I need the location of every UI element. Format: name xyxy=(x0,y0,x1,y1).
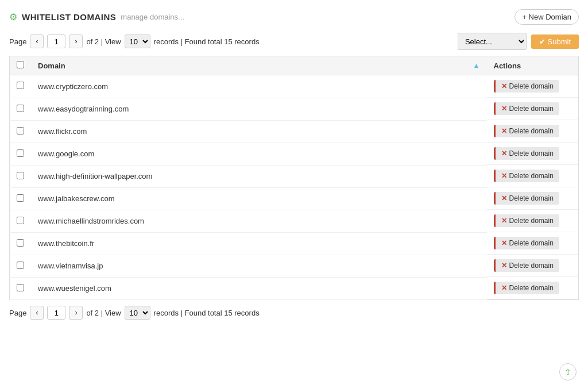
x-icon: ✕ xyxy=(501,149,507,157)
row-checkbox[interactable] xyxy=(17,217,24,224)
x-icon: ✕ xyxy=(501,127,507,135)
view-select-top[interactable]: 10 25 50 xyxy=(125,34,150,48)
table-row: www.flickr.com✕ Delete domain xyxy=(10,120,579,143)
row-checkbox[interactable] xyxy=(17,284,24,291)
header-left: ⚙ WHITELIST DOMAINS manage domains... xyxy=(9,11,184,22)
delete-domain-button[interactable]: ✕ Delete domain xyxy=(494,192,559,205)
page-header: ⚙ WHITELIST DOMAINS manage domains... + … xyxy=(9,9,579,25)
delete-domain-button[interactable]: ✕ Delete domain xyxy=(494,147,559,160)
actions-col-header: Actions xyxy=(487,56,579,75)
page-title: WHITELIST DOMAINS xyxy=(22,12,116,22)
prev-page-button-bottom[interactable]: ‹ xyxy=(30,306,44,320)
sort-icon: ▲ xyxy=(473,62,480,70)
domain-col-header: Domain ▲ xyxy=(31,56,487,75)
of-label-top: of 2 | View xyxy=(86,37,121,46)
pagination-top: Page ‹ › of 2 | View 10 25 50 records | … xyxy=(9,33,579,50)
table-row: www.jaibakescrew.com✕ Delete domain xyxy=(10,187,579,210)
action-select[interactable]: Select... xyxy=(458,33,527,50)
domain-cell: www.crypticzero.com xyxy=(31,75,487,98)
domain-cell: www.wuestenigel.com xyxy=(31,277,487,300)
table-row: www.high-definition-wallpaper.com✕ Delet… xyxy=(10,165,579,187)
table-row: www.wuestenigel.com✕ Delete domain xyxy=(10,277,579,300)
row-checkbox[interactable] xyxy=(17,82,24,89)
page-number-input-bottom[interactable] xyxy=(47,306,65,320)
domain-cell: www.google.com xyxy=(31,143,487,165)
select-all-checkbox[interactable] xyxy=(17,61,24,68)
actions-cell: ✕ Delete domain xyxy=(487,232,579,255)
found-text-bottom: records | Found total 15 records xyxy=(154,309,260,317)
next-page-button-bottom[interactable]: › xyxy=(69,306,83,320)
domain-cell: www.michaellindstromrides.com xyxy=(31,210,487,232)
delete-domain-button[interactable]: ✕ Delete domain xyxy=(494,237,559,249)
actions-cell: ✕ Delete domain xyxy=(487,143,579,165)
page-label-bottom: Page xyxy=(9,309,26,317)
delete-domain-button[interactable]: ✕ Delete domain xyxy=(494,170,559,182)
header-subtitle: manage domains... xyxy=(121,13,184,21)
x-icon: ✕ xyxy=(501,239,507,247)
actions-cell: ✕ Delete domain xyxy=(487,165,579,187)
x-icon: ✕ xyxy=(501,284,507,292)
delete-domain-button[interactable]: ✕ Delete domain xyxy=(494,125,559,137)
submit-button[interactable]: ✔ Submit xyxy=(531,34,579,49)
x-icon: ✕ xyxy=(501,194,507,202)
domain-cell: www.jaibakescrew.com xyxy=(31,187,487,210)
x-icon: ✕ xyxy=(501,105,507,113)
row-checkbox[interactable] xyxy=(17,262,24,269)
x-icon: ✕ xyxy=(501,82,507,90)
table-row: www.easydogtrainning.com✕ Delete domain xyxy=(10,98,579,120)
domains-table: Domain ▲ Actions www.crypticzero.com✕ De… xyxy=(9,56,579,300)
view-select-bottom[interactable]: 10 25 50 xyxy=(125,306,150,320)
domain-cell: www.flickr.com xyxy=(31,120,487,143)
x-icon: ✕ xyxy=(501,172,507,180)
table-row: www.google.com✕ Delete domain xyxy=(10,143,579,165)
delete-domain-button[interactable]: ✕ Delete domain xyxy=(494,259,559,272)
actions-cell: ✕ Delete domain xyxy=(487,98,579,120)
table-header-row: Domain ▲ Actions xyxy=(10,56,579,75)
domain-cell: www.thebitcoin.fr xyxy=(31,232,487,255)
table-row: www.vietnamvisa.jp✕ Delete domain xyxy=(10,255,579,277)
whitelist-icon: ⚙ xyxy=(9,11,17,22)
actions-cell: ✕ Delete domain xyxy=(487,210,579,232)
delete-domain-button[interactable]: ✕ Delete domain xyxy=(494,102,559,115)
page-number-input-top[interactable] xyxy=(47,34,65,48)
page-label-top: Page xyxy=(9,37,26,46)
delete-domain-button[interactable]: ✕ Delete domain xyxy=(494,80,559,93)
pagination-bottom: Page ‹ › of 2 | View 10 25 50 records | … xyxy=(9,306,579,320)
actions-cell: ✕ Delete domain xyxy=(487,255,579,277)
select-all-col xyxy=(10,56,32,75)
x-icon: ✕ xyxy=(501,262,507,270)
next-page-button-top[interactable]: › xyxy=(69,34,83,48)
x-icon: ✕ xyxy=(501,217,507,225)
domain-cell: www.easydogtrainning.com xyxy=(31,98,487,120)
table-row: www.michaellindstromrides.com✕ Delete do… xyxy=(10,210,579,232)
actions-cell: ✕ Delete domain xyxy=(487,75,579,98)
row-checkbox[interactable] xyxy=(17,239,24,247)
table-row: www.thebitcoin.fr✕ Delete domain xyxy=(10,232,579,255)
actions-cell: ✕ Delete domain xyxy=(487,187,579,210)
row-checkbox[interactable] xyxy=(17,194,24,202)
delete-domain-button[interactable]: ✕ Delete domain xyxy=(494,282,559,294)
prev-page-button-top[interactable]: ‹ xyxy=(30,34,44,48)
domain-cell: www.vietnamvisa.jp xyxy=(31,255,487,277)
pagination-right: Select... ✔ Submit xyxy=(458,33,579,50)
row-checkbox[interactable] xyxy=(17,105,24,112)
of-label-bottom: of 2 | View xyxy=(86,309,121,317)
actions-cell: ✕ Delete domain xyxy=(487,277,579,299)
domain-cell: www.high-definition-wallpaper.com xyxy=(31,165,487,187)
table-row: www.crypticzero.com✕ Delete domain xyxy=(10,75,579,98)
row-checkbox[interactable] xyxy=(17,127,24,134)
new-domain-button[interactable]: + New Domian xyxy=(514,9,579,25)
actions-cell: ✕ Delete domain xyxy=(487,120,579,143)
found-text-top: records | Found total 15 records xyxy=(154,37,260,46)
delete-domain-button[interactable]: ✕ Delete domain xyxy=(494,214,559,227)
row-checkbox[interactable] xyxy=(17,172,24,179)
row-checkbox[interactable] xyxy=(17,149,24,157)
